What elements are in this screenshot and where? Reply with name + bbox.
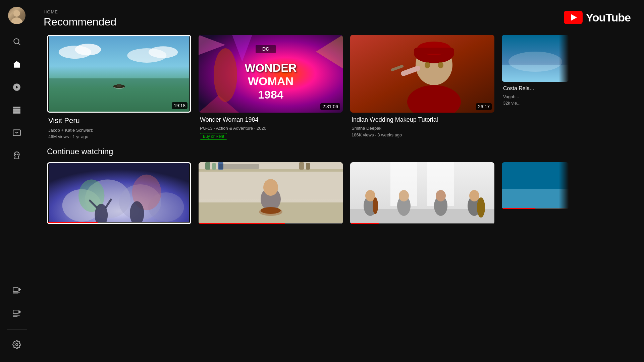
svg-point-83 [373, 197, 378, 214]
video-meta-makeup: Smitha Deepak 186K views · 3 weeks ago [352, 125, 493, 138]
thumbnail-cooking [199, 162, 343, 224]
thumbnail-smoke [47, 162, 191, 224]
video-info-peru: Visit Peru Jacob + Katie Schwarz 46M vie… [47, 113, 191, 140]
page-title: Recommended [44, 16, 116, 28]
video-info-makeup: Indian Wedding Makeup Tutorial Smitha De… [350, 113, 494, 138]
sidebar-item-subscriptions[interactable] [3, 123, 30, 143]
subscriptions-icon [12, 128, 21, 138]
home-icon [12, 60, 21, 70]
sidebar-item-kids[interactable] [3, 146, 30, 166]
video-meta-wonder: PG-13 · Action & Adventure · 2020 [200, 125, 341, 132]
video-title-peru: Visit Peru [48, 116, 190, 126]
recommended-row: 19:18 Visit Peru Jacob + Katie Schwarz 4… [47, 35, 644, 140]
video-meta-costa: Vagab...32k vie... [503, 94, 568, 107]
shorts-icon [12, 83, 21, 93]
video-meta-peru: Jacob + Katie Schwarz 46M views · 1 yr a… [48, 127, 190, 140]
video-card-wonder[interactable]: DC WONDER WOMAN 1984 2:31:06 Wonder Woma… [199, 35, 343, 140]
progress-bar-music [350, 223, 494, 224]
video-info-wonder: Wonder Woman 1984 PG-13 · Action & Adven… [199, 113, 343, 140]
svg-point-24 [149, 46, 178, 58]
recommended-section: 19:18 Visit Peru Jacob + Katie Schwarz 4… [34, 35, 644, 140]
sidebar-item-library[interactable] [3, 101, 30, 121]
progress-bar-cooking [199, 223, 343, 224]
svg-text:WONDER: WONDER [245, 61, 297, 74]
svg-rect-4 [13, 107, 20, 108]
home-label: HOME [44, 9, 116, 14]
continue-watching-title: Continue watching [47, 147, 644, 156]
svg-rect-69 [299, 162, 304, 170]
video-title-makeup: Indian Wedding Makeup Tutorial [352, 116, 493, 124]
sidebar-item-settings[interactable] [3, 335, 30, 355]
video-card-cw-partial[interactable] [502, 162, 569, 224]
svg-point-44 [425, 62, 430, 68]
svg-point-85 [399, 190, 409, 201]
buy-rent-badge[interactable]: Buy or Rent [200, 133, 227, 140]
video-card-makeup[interactable]: 26:17 Indian Wedding Makeup Tutorial Smi… [350, 35, 494, 140]
sidebar-item-home[interactable] [3, 55, 30, 75]
duration-peru: 19:18 [172, 102, 187, 109]
video-card-costa[interactable]: Costa Rela... Vagab...32k vie... [502, 35, 569, 140]
svg-point-19 [16, 344, 18, 346]
svg-point-73 [263, 179, 278, 196]
thumbnail-makeup: 26:17 [350, 35, 494, 113]
svg-point-45 [438, 62, 443, 68]
svg-rect-66 [205, 162, 210, 170]
continue-watching-row [47, 162, 644, 224]
svg-point-89 [469, 190, 479, 201]
svg-rect-7 [13, 113, 20, 113]
svg-rect-74 [219, 164, 259, 169]
svg-rect-6 [13, 111, 20, 111]
page-header: HOME Recommended YouTube [34, 0, 644, 35]
search-icon [12, 37, 21, 47]
svg-text:1984: 1984 [258, 88, 283, 101]
youtube-logo: YouTube [564, 11, 631, 24]
svg-point-10 [17, 154, 18, 155]
duration-wonder: 2:31:06 [320, 103, 340, 110]
progress-bar-smoke [48, 222, 190, 223]
kids-icon [12, 151, 21, 161]
video-card-cooking[interactable] [199, 162, 343, 224]
sidebar-item-search[interactable] [3, 32, 30, 52]
svg-line-1 [18, 43, 20, 45]
svg-rect-27 [117, 84, 121, 87]
continue-watching-section: Continue watching [34, 147, 644, 224]
header-left: HOME Recommended [44, 9, 116, 28]
svg-rect-5 [13, 109, 20, 110]
svg-point-76 [261, 207, 281, 214]
thumbnail-music [350, 162, 494, 224]
sidebar-item-queue[interactable] [3, 281, 30, 301]
svg-rect-25 [49, 78, 190, 112]
history-icon [12, 309, 21, 319]
svg-marker-12 [19, 288, 21, 291]
youtube-text: YouTube [586, 11, 631, 24]
svg-rect-67 [212, 163, 216, 170]
sidebar-item-shorts[interactable] [3, 78, 30, 98]
progress-bar-cw-partial [502, 208, 569, 209]
video-title-wonder: Wonder Woman 1984 [200, 116, 341, 124]
video-card-peru[interactable]: 19:18 Visit Peru Jacob + Katie Schwarz 4… [47, 35, 191, 140]
youtube-icon [564, 11, 583, 24]
svg-point-51 [508, 52, 562, 72]
svg-text:WOMAN: WOMAN [248, 75, 293, 87]
svg-rect-70 [306, 163, 310, 170]
svg-rect-11 [13, 288, 18, 291]
svg-rect-15 [13, 310, 18, 314]
svg-point-38 [214, 48, 237, 102]
main-content: HOME Recommended YouTube [34, 0, 644, 362]
thumbnail-peru: 19:18 [47, 35, 191, 113]
sidebar [0, 0, 34, 362]
duration-makeup: 26:17 [476, 103, 492, 110]
svg-point-87 [436, 190, 446, 201]
sidebar-item-history[interactable] [3, 304, 30, 324]
video-title-costa: Costa Rela... [503, 85, 568, 92]
svg-marker-16 [19, 310, 21, 314]
svg-point-90 [477, 197, 485, 218]
video-info-costa: Costa Rela... Vagab...32k vie... [502, 82, 569, 107]
video-card-music[interactable] [350, 162, 494, 224]
video-card-smoke[interactable] [47, 162, 191, 224]
user-avatar[interactable] [8, 7, 25, 24]
thumbnail-wonder: DC WONDER WOMAN 1984 2:31:06 [199, 35, 343, 113]
svg-point-22 [75, 44, 101, 55]
sidebar-divider [7, 329, 27, 330]
settings-icon [12, 340, 21, 350]
